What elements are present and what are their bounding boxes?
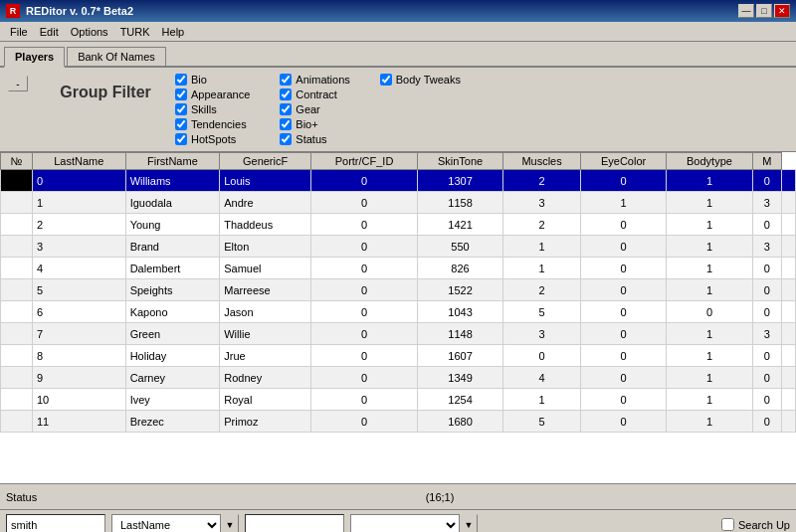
search-up-checkbox[interactable] — [721, 518, 734, 531]
cell-2-2: Thaddeus — [220, 214, 311, 236]
cell-6-7: 0 — [667, 301, 753, 323]
cell-5-5: 2 — [503, 279, 581, 301]
table-row[interactable]: 4DalembertSamuel08261010 — [1, 258, 796, 279]
menu-help[interactable]: Help — [156, 24, 191, 40]
menu-options[interactable]: Options — [65, 24, 114, 40]
cell-1-3: 0 — [310, 192, 417, 214]
cell-3-5: 1 — [503, 236, 581, 258]
col-header-portr-cf-id[interactable]: Portr/CF_ID — [310, 153, 417, 170]
col-header-m[interactable]: M — [752, 153, 781, 170]
checkbox-bio+[interactable] — [280, 118, 292, 130]
cell-4-3: 0 — [310, 258, 417, 279]
row-marker — [1, 345, 33, 367]
filter-input[interactable] — [245, 514, 344, 533]
checkbox-col-2: Body Tweaks — [380, 74, 461, 145]
cell-4-6: 0 — [581, 258, 667, 279]
table-row[interactable]: 8HolidayJrue016070010 — [1, 345, 796, 367]
checkbox-gear[interactable] — [280, 103, 292, 115]
cell-3-9 — [781, 236, 795, 258]
title-controls: — □ ✕ — [738, 4, 790, 18]
search-input[interactable] — [6, 514, 105, 533]
cell-8-6: 0 — [581, 345, 667, 367]
cell-10-0: 10 — [33, 389, 126, 411]
collapse-button[interactable]: - — [8, 76, 28, 91]
row-marker — [1, 411, 33, 433]
cell-5-6: 0 — [581, 279, 667, 301]
col-header-firstname[interactable]: FirstName — [125, 153, 220, 170]
checkbox-tendencies[interactable] — [175, 118, 187, 130]
cell-4-7: 1 — [667, 258, 753, 279]
menu-file[interactable]: File — [4, 24, 34, 40]
table-row[interactable]: 6KaponoJason010435000 — [1, 301, 796, 323]
cell-7-5: 3 — [503, 323, 581, 345]
table-row[interactable]: 5SpeightsMarreese015222010 — [1, 279, 796, 301]
minimize-button[interactable]: — — [738, 4, 754, 18]
table-row[interactable]: 1IguodalaAndre011583113 — [1, 192, 796, 214]
checkbox-appearance[interactable] — [175, 89, 187, 100]
cell-8-0: 8 — [33, 345, 126, 367]
table-container: №LastNameFirstNameGenericFPortr/CF_IDSki… — [0, 152, 796, 483]
checkbox-bio[interactable] — [175, 74, 187, 86]
cell-11-2: Primoz — [220, 411, 311, 433]
col-header-muscles[interactable]: Muscles — [503, 153, 581, 170]
table-row[interactable]: 2YoungThaddeus014212010 — [1, 214, 796, 236]
tab-bank-of-names[interactable]: Bank Of Names — [67, 47, 166, 66]
cell-3-7: 1 — [667, 236, 753, 258]
cell-0-4: 1307 — [418, 170, 503, 192]
table-row[interactable]: 11BrezecPrimoz016805010 — [1, 411, 796, 433]
row-marker — [1, 192, 33, 214]
checkbox-skills[interactable] — [175, 103, 187, 115]
table-row[interactable]: 9CarneyRodney013494010 — [1, 367, 796, 389]
checkbox-item-1-0: Animations — [280, 74, 349, 86]
cell-8-8: 0 — [752, 345, 781, 367]
col-header-skintone[interactable]: SkinTone — [418, 153, 503, 170]
cell-8-9 — [781, 345, 795, 367]
checkbox-body-tweaks[interactable] — [380, 74, 392, 86]
cell-4-9 — [781, 258, 795, 279]
checkbox-status[interactable] — [280, 133, 292, 145]
col-header-genericf[interactable]: GenericF — [220, 153, 311, 170]
checkbox-label-tendencies: Tendencies — [191, 118, 247, 130]
cell-11-1: Brezec — [125, 411, 220, 433]
col-header-bodytype[interactable]: Bodytype — [667, 153, 753, 170]
checkbox-contract[interactable] — [280, 89, 292, 100]
cell-7-1: Green — [125, 323, 220, 345]
col-header--[interactable]: № — [1, 153, 33, 170]
tabs: Players Bank Of Names — [0, 42, 796, 68]
cell-2-1: Young — [125, 214, 220, 236]
table-row[interactable]: ▶0WilliamsLouis013072010 — [1, 170, 796, 192]
cell-9-0: 9 — [33, 367, 126, 389]
cell-5-2: Marreese — [220, 279, 311, 301]
close-button[interactable]: ✕ — [774, 4, 790, 18]
cell-0-7: 1 — [667, 170, 753, 192]
checkbox-hotspots[interactable] — [175, 133, 187, 145]
search-field-select[interactable]: LastNameFirstNameGenericF — [111, 514, 221, 533]
tab-players[interactable]: Players — [4, 47, 65, 68]
checkbox-item-0-3: Tendencies — [175, 118, 250, 130]
filter-field-dropdown-btn[interactable]: ▼ — [460, 514, 478, 533]
cell-10-9 — [781, 389, 795, 411]
filter-field-select[interactable] — [350, 514, 460, 533]
status-label: Status — [6, 491, 86, 503]
col-header-lastname[interactable]: LastName — [33, 153, 126, 170]
maximize-button[interactable]: □ — [756, 4, 772, 18]
checkbox-label-gear: Gear — [296, 103, 319, 115]
data-table: №LastNameFirstNameGenericFPortr/CF_IDSki… — [0, 152, 796, 433]
table-row[interactable]: 7GreenWillie011483013 — [1, 323, 796, 345]
menu-edit[interactable]: Edit — [34, 24, 65, 40]
search-field-dropdown-btn[interactable]: ▼ — [221, 514, 239, 533]
table-row[interactable]: 3BrandElton05501013 — [1, 236, 796, 258]
table-wrapper[interactable]: №LastNameFirstNameGenericFPortr/CF_IDSki… — [0, 152, 796, 483]
checkbox-animations[interactable] — [280, 74, 292, 86]
cell-0-5: 2 — [503, 170, 581, 192]
checkbox-label-contract: Contract — [296, 89, 337, 100]
table-row[interactable]: 10IveyRoyal012541010 — [1, 389, 796, 411]
cell-5-1: Speights — [125, 279, 220, 301]
menu-turk[interactable]: TURK — [114, 24, 156, 40]
position-display: (16;1) — [90, 491, 790, 503]
col-header-eyecolor[interactable]: EyeColor — [581, 153, 667, 170]
cell-0-8: 0 — [752, 170, 781, 192]
checkbox-item-1-3: Bio+ — [280, 118, 349, 130]
cell-10-1: Ivey — [125, 389, 220, 411]
checkbox-label-bio: Bio — [191, 74, 207, 86]
